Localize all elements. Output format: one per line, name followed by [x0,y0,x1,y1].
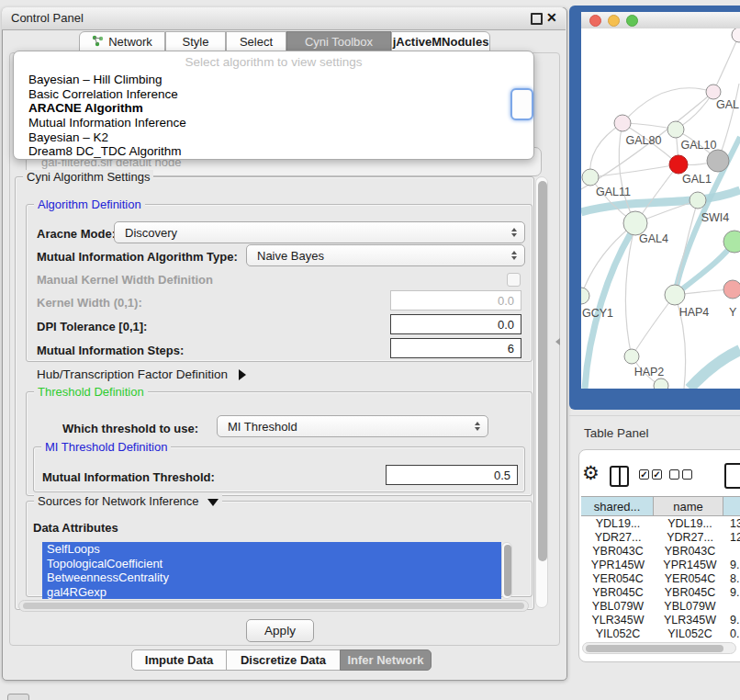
table-hscrollbar-thumb[interactable] [586,645,723,652]
table-cell[interactable]: YBR043C [581,545,655,558]
network-view-titlebar[interactable] [581,12,740,29]
aracne-mode-combo[interactable]: Discovery [114,221,525,243]
network-node-salmon-node[interactable] [723,280,740,299]
attribute-list-item[interactable]: SelfLoops [42,542,501,557]
table-cell[interactable]: 12 [725,531,740,544]
table-row[interactable]: YBR043CYBR043C [581,544,740,558]
table-row[interactable]: YDL19...YDL19...13 [581,516,740,530]
column-header[interactable] [723,496,740,516]
column-header[interactable]: shared... [581,496,654,516]
table-cell[interactable]: YBR045C [655,586,725,599]
table-cell[interactable]: 9. [725,586,740,599]
settings-scrollbar-thumb[interactable] [538,181,547,561]
attributes-scrollbar[interactable] [501,542,512,599]
tab-discretize-data[interactable]: Discretize Data [226,649,341,671]
table-cell[interactable]: YPR145W [655,559,725,571]
table-cell[interactable]: YDR27... [655,531,725,544]
settings-hscrollbar[interactable] [18,600,529,612]
table-cell[interactable]: YDL19... [581,517,655,530]
network-node-GAL1[interactable] [669,155,688,174]
network-node-HAP4[interactable] [665,285,685,305]
column-header[interactable]: name [653,496,723,516]
network-node-GAL80[interactable] [614,115,631,131]
network-edge[interactable] [690,350,740,389]
network-edge[interactable] [632,295,675,356]
table-row[interactable]: YIL052CYIL052C0. [581,627,740,640]
settings-scrollbar[interactable] [535,176,548,608]
table-cell[interactable]: YER054C [581,572,655,585]
network-edge[interactable] [713,35,739,92]
network-canvas[interactable]: GALGAL80GAL10GAL1GAL11SWI4GAL4GCY1HAP4YH… [581,28,740,389]
attribute-list-item[interactable]: gal4RGexp [42,585,501,600]
table-cell[interactable]: YDL19... [655,517,725,530]
network-node-hub-gray[interactable] [707,150,729,172]
settings-hscrollbar-thumb[interactable] [23,603,524,609]
close-icon[interactable]: ✕ [546,10,557,25]
table-cell[interactable]: 0. [725,627,740,640]
minimize-traffic-light[interactable] [608,15,620,27]
algorithm-option[interactable]: ARACNE Algorithm [25,101,530,116]
network-edge[interactable] [622,88,713,123]
columns-icon[interactable] [610,466,629,487]
checked-checkbox-icon[interactable]: ✓ [652,469,662,480]
float-window-icon[interactable] [531,13,543,25]
panel-divider-arrow[interactable] [555,338,560,345]
table-cell[interactable]: 13 [725,517,740,530]
table-row[interactable]: YPR145WYPR145W9. [581,558,740,571]
table-row[interactable]: YBR045CYBR045C9. [581,585,740,599]
unchecked-checkbox-icon[interactable] [669,469,679,480]
table-cell[interactable]: YDR27... [581,531,655,544]
checked-checkbox-icon[interactable]: ✓ [639,469,649,480]
table-cell[interactable]: YER054C [655,572,725,585]
network-edge[interactable] [590,123,622,177]
zoom-traffic-light[interactable] [626,15,638,27]
network-node-GAL10[interactable] [667,121,684,138]
table-cell[interactable]: YLR345W [581,614,655,627]
algorithm-option[interactable]: Dream8 DC_TDC Algorithm [25,144,530,159]
attributes-scrollbar-thumb[interactable] [504,545,511,596]
table-row[interactable]: YDR27...YDR27...12 [581,530,740,544]
unchecked-checkbox-icon[interactable] [682,469,692,480]
tab-select[interactable]: Select [226,31,286,52]
gear-icon[interactable]: ⚙ [582,462,600,484]
network-node-HAP2[interactable] [624,349,639,364]
table-row[interactable]: YLR345WYLR345W9. [581,613,740,627]
tab-style[interactable]: Style [165,31,226,52]
table-cell[interactable]: 9. [725,614,740,627]
table-cell[interactable]: 8. [725,572,740,585]
table-row[interactable]: YBL079WYBL079W [581,599,740,613]
network-node-GCY1[interactable] [581,288,589,304]
table-cell[interactable]: YBL079W [581,600,655,613]
tab-impute-data[interactable]: Impute Data [131,649,227,671]
mi-type-combo[interactable]: Naive Bayes [246,244,525,266]
table-cell[interactable]: 9. [725,559,740,571]
data-attributes-list[interactable]: SelfLoopsTopologicalCoefficientBetweenne… [42,542,501,599]
table-cell[interactable]: YIL052C [655,627,725,640]
apply-button[interactable]: Apply [246,619,314,642]
hub-definition-toggle[interactable]: Hub/Transcription Factor Definition [37,367,246,381]
algorithm-option[interactable]: Mutual Information Inference [25,116,530,130]
dpi-tolerance-field[interactable]: 0.0 [390,314,521,334]
network-node-bottom-green[interactable] [654,378,668,389]
mi-steps-field[interactable]: 6 [390,338,521,358]
table-cell[interactable]: YBR043C [655,545,725,558]
control-panel-titlebar[interactable] [2,7,566,30]
algorithm-option[interactable]: Bayesian – K2 [25,130,530,144]
network-node-GAL11[interactable] [582,169,599,186]
algorithm-option[interactable]: Basic Correlation Inference [25,87,530,102]
table-cell[interactable]: YBL079W [655,600,725,613]
network-node-gal-cut[interactable] [706,85,721,99]
table-hscrollbar[interactable] [582,642,736,654]
tab-cyni-toolbox[interactable]: Cyni Toolbox [286,31,391,52]
network-node-SWI4[interactable] [690,192,706,209]
algorithm-option[interactable]: Bayesian – Hill Climbing [25,73,530,87]
table-cell[interactable]: YLR345W [655,614,725,627]
mi-threshold-field[interactable]: 0.5 [386,465,518,485]
attribute-list-item[interactable]: BetweennessCentrality [42,570,501,585]
tab-jactivemnodules[interactable]: jActiveMNodules [391,31,490,52]
tab-network[interactable]: Network [79,31,165,52]
table-cell[interactable]: YBR045C [581,586,655,599]
attribute-list-item[interactable]: TopologicalCoefficient [42,557,501,571]
table-row[interactable]: YER054CYER054C8. [581,571,740,585]
close-traffic-light[interactable] [589,15,601,27]
